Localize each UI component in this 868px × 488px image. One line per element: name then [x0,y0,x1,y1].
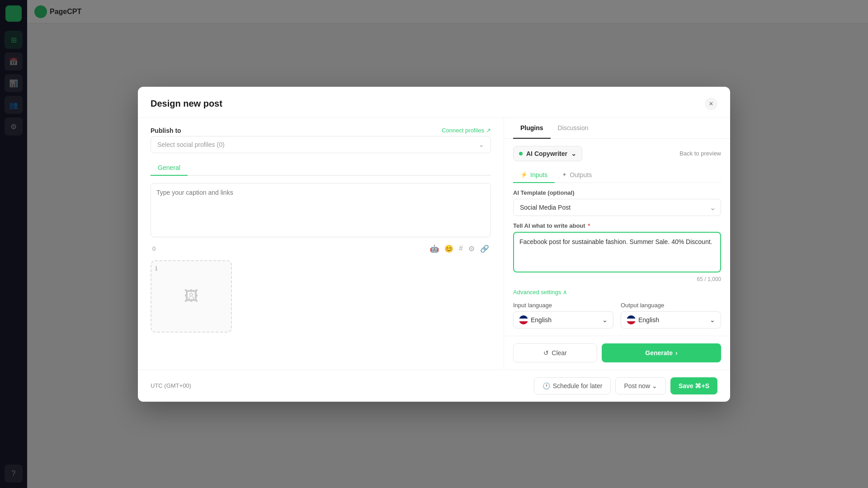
hashtag-icon[interactable]: # [459,244,463,253]
left-panel: Publish to Connect profiles ↗ Select soc… [138,118,504,370]
modal-header: Design new post × [138,87,730,118]
chevron-up-icon: ∧ [563,289,567,296]
plugin-tabs: Plugins Discussion [504,118,730,139]
tab-outputs[interactable]: ✦ Outputs [555,168,599,183]
advanced-settings-link[interactable]: Advanced settings ∧ [513,289,721,296]
timezone-label: UTC (GMT+00) [151,382,191,389]
input-language-value: English [531,316,552,324]
modal-footer: UTC (GMT+00) 🕐 Schedule for later Post n… [138,370,730,402]
char-count: 0 [152,245,156,252]
save-button[interactable]: Save ⌘+S [670,377,717,394]
ai-icon[interactable]: 🤖 [430,244,439,253]
plugin-actions: ↺ Clear Generate › [504,336,730,370]
ai-template-select[interactable]: Social Media Post [513,199,721,216]
tab-inputs[interactable]: ⚡ Inputs [513,168,555,183]
inputs-icon: ⚡ [520,171,528,178]
tab-general[interactable]: General [151,160,188,176]
info-icon: ℹ [155,265,157,272]
generate-arrow-icon: › [675,349,678,357]
plugin-chevron-icon: ⌄ [571,150,576,157]
plugin-content: AI Copywriter ⌄ Back to preview ⚡ Inputs… [504,139,730,336]
generate-label: Generate [645,349,673,357]
caption-textarea[interactable] [151,183,491,237]
outputs-icon: ✦ [562,171,567,178]
modal-close-button[interactable]: × [705,98,717,110]
output-language-value: English [638,316,659,324]
schedule-button[interactable]: 🕐 Schedule for later [534,377,611,394]
post-tabs: General [151,160,491,176]
write-about-field: Tell AI what to write about * Facebook p… [513,222,721,282]
post-now-label: Post now [624,382,650,389]
image-placeholder-icon: 🖼 [184,288,198,305]
profiles-select[interactable]: Select social profiles (0) ⌄ [151,136,491,153]
media-upload-area[interactable]: ℹ 🖼 [151,260,232,333]
write-about-label: Tell AI what to write about * [513,222,721,229]
modal-body: Publish to Connect profiles ↗ Select soc… [138,118,730,370]
caption-toolbar: 0 🤖 😊 # ⚙ 🔗 [151,244,491,253]
publish-to-label: Publish to [151,127,181,134]
external-link-icon: ↗ [486,127,491,134]
ai-template-field: AI Template (optional) Social Media Post [513,189,721,216]
output-language-col: Output language English ⌄ [621,302,721,328]
schedule-label: Schedule for later [553,382,603,389]
back-to-preview-link[interactable]: Back to preview [679,150,721,157]
right-panel: Plugins Discussion AI Copywriter ⌄ Back … [504,118,730,370]
post-now-button[interactable]: Post now ⌄ [615,377,665,394]
input-lang-flag: English [519,315,552,324]
output-lang-flag: English [627,315,659,324]
input-language-select[interactable]: English ⌄ [513,311,613,328]
post-chevron-icon: ⌄ [652,382,657,389]
footer-actions: 🕐 Schedule for later Post now ⌄ Save ⌘+S [534,377,717,394]
generate-button[interactable]: Generate › [602,343,721,362]
clear-label: Clear [552,349,566,357]
connect-profiles-link[interactable]: Connect profiles ↗ [442,127,491,134]
advanced-settings-label: Advanced settings [513,289,561,296]
input-language-col: Input language English ⌄ [513,302,613,328]
plugin-selector-row: AI Copywriter ⌄ Back to preview [513,146,721,161]
ai-template-label: AI Template (optional) [513,189,721,196]
caption-icons: 🤖 😊 # ⚙ 🔗 [430,244,489,253]
connect-profiles-text: Connect profiles [442,127,484,134]
plugin-active-dot [519,152,523,155]
clear-button[interactable]: ↺ Clear [513,343,597,362]
emoji-icon[interactable]: 😊 [444,244,453,253]
clock-icon: 🕐 [542,382,550,389]
link-icon[interactable]: 🔗 [480,244,489,253]
output-language-label: Output language [621,302,721,309]
language-row: Input language English ⌄ Output language [513,302,721,328]
write-about-char-count: 65 / 1,000 [513,276,721,282]
uk-flag-icon-2 [627,315,636,324]
output-language-select[interactable]: English ⌄ [621,311,721,328]
lang-chevron-down-icon: ⌄ [602,316,608,324]
tab-discussion[interactable]: Discussion [551,118,596,139]
plugin-selector[interactable]: AI Copywriter ⌄ [513,146,582,161]
write-about-textarea[interactable]: Facebook post for sustainable fashion. S… [513,232,721,272]
lang-chevron-down-icon-2: ⌄ [710,316,715,324]
outputs-label: Outputs [570,171,592,178]
inputs-label: Inputs [530,171,547,178]
input-language-label: Input language [513,302,613,309]
modal-overlay: Design new post × Publish to Connect pro… [0,0,868,488]
settings-caption-icon[interactable]: ⚙ [468,244,475,253]
chevron-down-icon: ⌄ [479,141,484,148]
profiles-placeholder: Select social profiles (0) [157,141,225,148]
refresh-icon: ↺ [543,349,549,357]
plugin-name: AI Copywriter [526,150,567,157]
modal-title: Design new post [151,99,222,109]
save-label: Save ⌘+S [679,382,709,389]
inputs-outputs-tabs: ⚡ Inputs ✦ Outputs [513,168,721,183]
uk-flag-icon [519,315,528,324]
design-post-modal: Design new post × Publish to Connect pro… [138,87,730,402]
publish-to-header: Publish to Connect profiles ↗ [151,127,491,134]
tab-plugins[interactable]: Plugins [513,118,551,139]
template-select-wrapper: Social Media Post [513,199,721,216]
